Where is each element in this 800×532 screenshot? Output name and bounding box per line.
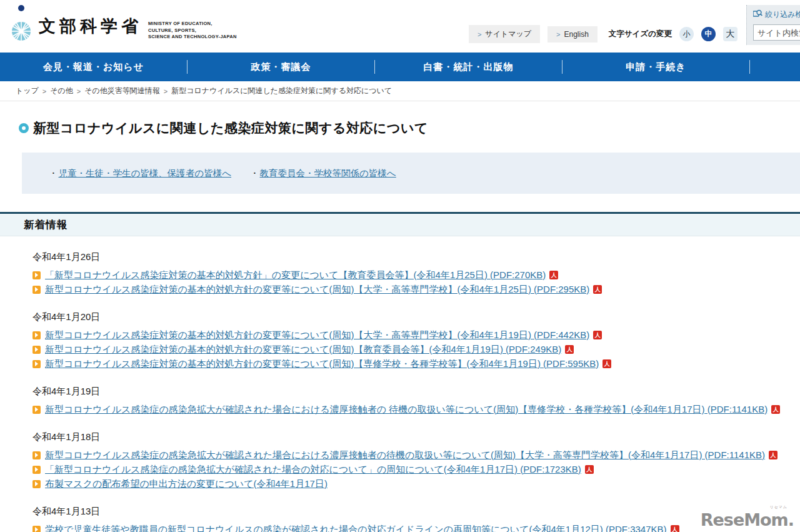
news-item-row: 「新型コロナウイルス感染症対策の基本的対処方針」の変更について【教育委員会等】(… (32, 268, 800, 282)
pdf-icon[interactable] (602, 359, 611, 368)
pdf-icon[interactable] (671, 525, 679, 532)
pdf-icon[interactable] (769, 451, 778, 459)
breadcrumb-home[interactable]: トップ (16, 86, 39, 96)
news-list: 新型コロナウイルス感染症の感染急拡大が確認された場合における濃厚接触者の 待機の… (32, 403, 800, 416)
list-bullet: ・ (49, 168, 58, 179)
news-item-row: 「新型コロナウイルス感染症の感染急拡大が確認された場合の対応について」の周知につ… (32, 463, 800, 476)
title-bullet-icon (19, 123, 29, 133)
page-title: 新型コロナウイルスに関連した感染症対策に関する対応について (33, 119, 428, 137)
news-group: 令和4年1月20日 新型コロナウイルス感染症対策の基本的対処方針の変更等について… (32, 311, 800, 371)
list-bullet: ・ (250, 168, 259, 179)
resemom-watermark: リセマム ReseMom. (701, 504, 794, 529)
news-list-area: 令和4年1月26日 「新型コロナウイルス感染症対策の基本的対処方針」の変更につい… (0, 251, 800, 532)
english-button[interactable]: > English (548, 26, 598, 43)
arrow-bullet-icon (32, 346, 41, 354)
news-link[interactable]: 新型コロナウイルス感染症対策の基本的対処方針の変更等について(周知)【大学・高等… (45, 329, 589, 341)
news-group: 令和4年1月26日 「新型コロナウイルス感染症対策の基本的対処方針」の変更につい… (32, 251, 800, 296)
news-item-row: 新型コロナウイルス感染症対策の基本的対処方針の変更等について(周知)【教育委員会… (32, 343, 800, 356)
refine-search-link[interactable]: 絞り込み検索 (753, 9, 800, 20)
news-item-row: 新型コロナウイルス感染症対策の基本的対処方針の変更等について(周知)【大学・高等… (32, 283, 800, 296)
news-link[interactable]: 新型コロナウイルス感染症対策の基本的対処方針の変更等について(周知)【教育委員会… (45, 344, 561, 356)
news-group: 令和4年1月18日 新型コロナウイルス感染症の感染急拡大が確認された場合における… (32, 431, 800, 491)
news-section-header: 新着情報 (0, 212, 800, 236)
quick-links-box: ・ 児童・生徒・学生の皆様、保護者の皆様へ ・ 教育委員会・学校等関係の皆様へ (22, 153, 800, 194)
arrow-bullet-icon (32, 271, 41, 279)
quick-link-students: ・ 児童・生徒・学生の皆様、保護者の皆様へ (49, 168, 231, 179)
news-item-row: 新型コロナウイルス感染症の感染急拡大が確認された場合における濃厚接触者の待機の取… (32, 448, 800, 462)
news-date: 令和4年1月26日 (32, 251, 800, 263)
arrow-bullet-icon (32, 331, 41, 339)
news-list: 学校で児童生徒等や教職員の新型コロナウイルスの感染が確認された場合の対応ガイドラ… (32, 523, 800, 532)
nav-item-applications[interactable]: 申請・手続き (562, 61, 749, 73)
nav-divider (749, 60, 750, 74)
news-link[interactable]: 「新型コロナウイルス感染症対策の基本的対処方針」の変更について【教育委員会等】(… (45, 269, 546, 281)
pdf-icon[interactable] (549, 271, 558, 279)
news-link[interactable]: 新型コロナウイルス感染症の感染急拡大が確認された場合における濃厚接触者の待機の取… (45, 449, 765, 461)
site-search-input[interactable] (753, 24, 800, 41)
breadcrumb-separator: > (77, 88, 81, 95)
nav-item-press[interactable]: 会見・報道・お知らせ (0, 61, 187, 73)
news-group: 令和4年1月13日 学校で児童生徒等や教職員の新型コロナウイルスの感染が確認され… (32, 506, 800, 532)
news-date: 令和4年1月19日 (32, 386, 800, 398)
news-link[interactable]: 布製マスクの配布希望の申出方法の変更について(令和4年1月17日) (45, 478, 328, 490)
site-header: 文部科学省 MINISTRY OF EDUCATION, CULTURE, SP… (0, 0, 800, 53)
news-list: 「新型コロナウイルス感染症対策の基本的対処方針」の変更について【教育委員会等】(… (32, 268, 800, 296)
news-list: 新型コロナウイルス感染症対策の基本的対処方針の変更等について(周知)【大学・高等… (32, 328, 800, 371)
fontsize-small-button[interactable]: 小 (679, 27, 694, 41)
fontsize-medium-button[interactable]: 中 (701, 27, 716, 41)
sitemap-button[interactable]: > サイトマップ (469, 25, 540, 43)
news-date: 令和4年1月13日 (32, 506, 800, 518)
breadcrumb: トップ > その他 > その他災害等関連情報 > 新型コロナウイルスに関連した感… (0, 81, 800, 101)
fontsize-label: 文字サイズの変更 (609, 29, 672, 39)
mext-pinwheel-icon (10, 4, 32, 49)
chevron-right-icon: > (556, 31, 560, 38)
pdf-icon[interactable] (771, 405, 780, 414)
news-link[interactable]: 「新型コロナウイルス感染症の感染急拡大が確認された場合の対応について」の周知につ… (45, 464, 581, 476)
fontsize-large-button[interactable]: 大 (723, 27, 738, 41)
pdf-icon[interactable] (593, 331, 602, 339)
global-nav: 会見・報道・お知らせ 政策・審議会 白書・統計・出版物 申請・手続き (0, 53, 800, 81)
news-date: 令和4年1月20日 (32, 311, 800, 323)
ministry-name-jp: 文部科学省 (39, 15, 142, 38)
news-item-row: 学校で児童生徒等や教職員の新型コロナウイルスの感染が確認された場合の対応ガイドラ… (32, 523, 800, 532)
header-tools: > サイトマップ > English 文字サイズの変更 小 中 大 (469, 25, 738, 43)
site-search-panel: 絞り込み検索 (746, 5, 800, 45)
news-date: 令和4年1月18日 (32, 431, 800, 443)
mext-logo[interactable]: 文部科学省 MINISTRY OF EDUCATION, CULTURE, SP… (10, 4, 237, 49)
quick-link-students-anchor[interactable]: 児童・生徒・学生の皆様、保護者の皆様へ (59, 168, 232, 179)
breadcrumb-separator: > (164, 88, 168, 95)
news-link[interactable]: 学校で児童生徒等や教職員の新型コロナウイルスの感染が確認された場合の対応ガイドラ… (45, 524, 667, 532)
breadcrumb-disaster-info[interactable]: その他災害等関連情報 (84, 86, 160, 96)
news-link[interactable]: 新型コロナウイルス感染症の感染急拡大が確認された場合における濃厚接触者の 待機の… (45, 404, 768, 416)
news-link[interactable]: 新型コロナウイルス感染症対策の基本的対処方針の変更等について(周知)【大学・高等… (45, 284, 589, 296)
quick-link-boards: ・ 教育委員会・学校等関係の皆様へ (250, 168, 396, 179)
news-item-row: 新型コロナウイルス感染症の感染急拡大が確認された場合における濃厚接触者の 待機の… (32, 403, 800, 416)
page-title-row: 新型コロナウイルスに関連した感染症対策に関する対応について (19, 119, 800, 137)
news-link[interactable]: 新型コロナウイルス感染症対策の基本的対処方針の変更等について(周知)【専修学校・… (45, 358, 599, 370)
ministry-name-en: MINISTRY OF EDUCATION, CULTURE, SPORTS, … (148, 21, 237, 41)
arrow-bullet-icon (32, 451, 41, 459)
nav-item-policy[interactable]: 政策・審議会 (188, 61, 374, 73)
resemom-logo: ReseMom. (701, 510, 794, 529)
news-item-row: 布製マスクの配布希望の申出方法の変更について(令和4年1月17日) (32, 477, 800, 491)
nav-item-whitepaper[interactable]: 白書・統計・出版物 (375, 61, 562, 73)
breadcrumb-current-page: 新型コロナウイルスに関連した感染症対策に関する対応について (171, 86, 392, 96)
news-list: 新型コロナウイルス感染症の感染急拡大が確認された場合における濃厚接触者の待機の取… (32, 448, 800, 491)
pdf-icon[interactable] (565, 345, 574, 354)
resemom-ruby: リセマム (701, 504, 788, 510)
pdf-icon[interactable] (585, 465, 594, 474)
breadcrumb-separator: > (42, 88, 46, 95)
news-heading: 新着情報 (24, 218, 68, 232)
arrow-bullet-icon (32, 480, 41, 488)
arrow-bullet-icon (32, 286, 41, 294)
news-group: 令和4年1月19日 新型コロナウイルス感染症の感染急拡大が確認された場合における… (32, 386, 800, 416)
news-item-row: 新型コロナウイルス感染症対策の基本的対処方針の変更等について(周知)【専修学校・… (32, 357, 800, 371)
pdf-icon[interactable] (593, 285, 602, 294)
arrow-bullet-icon (32, 360, 41, 368)
arrow-bullet-icon (32, 406, 41, 414)
breadcrumb-others[interactable]: その他 (50, 86, 73, 96)
arrow-bullet-icon (32, 526, 41, 532)
search-icon (753, 9, 762, 20)
quick-link-boards-anchor[interactable]: 教育委員会・学校等関係の皆様へ (260, 168, 396, 179)
news-item-row: 新型コロナウイルス感染症対策の基本的対処方針の変更等について(周知)【大学・高等… (32, 328, 800, 342)
